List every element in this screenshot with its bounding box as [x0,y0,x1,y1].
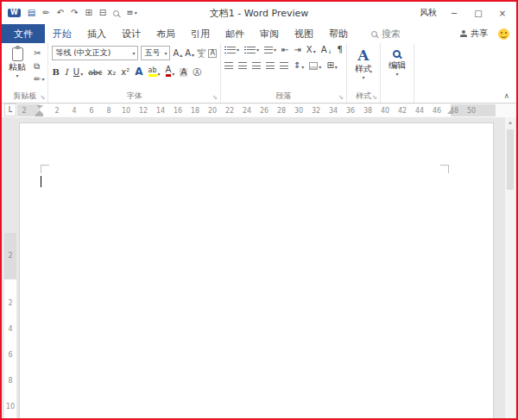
character-shading-button[interactable]: A [180,68,187,77]
borders-button[interactable]: ⊞ ▾ [326,61,337,70]
scrollbar-thumb[interactable] [507,129,514,190]
ruler-number: 8 [100,107,117,115]
vertical-scrollbar[interactable]: ▴ [505,117,515,418]
borders-icon: ⊞ [326,61,333,70]
close-button[interactable]: × [496,9,509,18]
bullets-button[interactable]: ▾ [224,47,239,53]
first-line-indent-marker[interactable] [36,105,43,109]
format-painter-button[interactable]: ✏ ▾ [34,75,44,84]
copy-button[interactable]: ⧉ [34,62,44,71]
enclose-characters-button[interactable]: Ⓐ [193,68,201,77]
horizontal-ruler[interactable]: 2 24681012141618202224262830323436384042… [17,104,496,116]
show-marks-button[interactable]: ¶ [338,46,343,54]
tab-help[interactable]: 帮助 [321,24,356,43]
clipboard-icon [12,47,23,61]
phonetic-guide-button[interactable]: wén 文 [197,48,205,59]
font-name-combobox[interactable]: 等线 (中文正文) ▾ [52,46,138,60]
styles-button[interactable]: A 样式 ▾ [351,46,376,80]
highlight-color-button[interactable]: ab ▾ [148,67,161,77]
customize-quick-access-button[interactable]: ≡ ▾ [126,9,136,17]
italic-button[interactable]: I [65,68,68,77]
superscript-button[interactable]: x² [121,68,130,77]
dropdown-arrow-icon: ▾ [237,47,239,53]
align-left-button[interactable] [224,62,233,69]
align-center-button[interactable] [238,62,247,69]
redo-icon[interactable]: ↷ [71,9,78,17]
paste-button[interactable]: 粘贴 ▾ [5,46,29,84]
asian-layout-button[interactable]: X ▾ [306,46,316,54]
save-icon[interactable]: ▤ [28,9,35,17]
decrease-indent-button[interactable]: ⇤ [281,46,288,54]
subscript-button[interactable]: x₂ [107,68,116,77]
character-border-button[interactable]: A [208,49,216,58]
dropdown-arrow-icon: ▾ [301,65,304,70]
tab-references[interactable]: 引用 [183,24,218,43]
tab-mailings[interactable]: 邮件 [218,24,252,43]
vertical-ruler[interactable]: 2 24681012141618 [4,233,16,418]
scroll-up-icon[interactable]: ▴ [505,119,515,126]
dropdown-arrow-icon: ▾ [164,51,167,56]
cut-button[interactable]: ✂ [34,49,44,58]
grow-font-button[interactable]: A▴ [173,49,182,58]
dropdown-arrow-icon: ▾ [16,73,18,78]
strikethrough-button[interactable]: abc [88,69,102,77]
left-indent-marker[interactable] [35,114,43,116]
right-indent-marker[interactable] [447,110,454,114]
multilevel-list-button[interactable]: ▾ [264,47,276,53]
text-effects-button[interactable]: A [135,66,142,77]
grid-icon[interactable]: ⊟ [99,9,106,17]
styles-dialog-launcher[interactable]: ⇘ [372,94,377,101]
clipboard-dialog-launcher[interactable]: ⇘ [41,94,46,101]
bold-button[interactable]: B [52,68,59,77]
tab-file[interactable]: 文件 [2,24,45,43]
share-button[interactable]: 共享 [460,28,488,40]
distribute-button[interactable] [280,62,288,69]
ribbon-search[interactable]: 搜索 [371,24,401,43]
collapse-ribbon-button[interactable]: ∧ [503,91,509,100]
sort-button[interactable]: A↓ [321,46,332,54]
numbering-icon [244,47,246,53]
table-icon[interactable]: ⊞ [85,9,92,17]
tab-review[interactable]: 审阅 [252,24,287,43]
word-app-icon[interactable]: W [8,9,21,17]
tab-design[interactable]: 设计 [114,24,148,43]
tab-view[interactable]: 视图 [287,24,321,43]
shading-button[interactable]: ▾ [309,62,321,70]
tab-layout[interactable]: 布局 [148,24,183,43]
dropdown-arrow-icon: ▾ [395,72,398,77]
ruler-number: 40 [376,107,394,115]
line-spacing-icon: ⇕ [294,61,300,70]
feedback-smiley-button[interactable] [498,28,509,40]
ruler-number: 42 [394,107,411,115]
tab-home[interactable]: 开始 [45,24,79,43]
search-icon [371,31,377,37]
increase-indent-button[interactable]: ⇥ [294,46,300,54]
line-spacing-button[interactable]: ⇕ ▾ [294,61,304,70]
justify-button[interactable] [266,62,275,69]
styles-button-label: 样式 [355,65,372,73]
font-size-combobox[interactable]: 五号 ▾ [141,46,170,60]
font-dialog-launcher[interactable]: ⇘ [212,94,218,101]
ruler-number: 10 [4,393,16,419]
vertical-ruler-numbers: 24681012141618 [4,290,16,420]
shrink-font-button[interactable]: A▾ [185,49,194,58]
minimize-button[interactable]: ─ [447,9,461,18]
underline-button[interactable]: U ▾ [73,68,83,77]
font-color-button[interactable]: A ▾ [166,66,175,77]
undo-icon[interactable]: ↶ [57,9,64,17]
format-painter-icon[interactable]: ✏ [42,9,49,17]
align-right-button[interactable] [252,62,261,69]
tab-stop-selector[interactable]: L [4,103,16,116]
ribbon-tab-row: 文件 开始 插入 设计 布局 引用 邮件 审阅 视图 帮助 搜索 共享 [2,24,516,43]
user-name[interactable]: 风秋 [420,7,437,19]
paragraph-dialog-launcher[interactable]: ⇘ [338,94,344,101]
numbering-button[interactable]: ▾ [244,47,259,53]
text-caret [41,176,41,187]
maximize-button[interactable]: □ [471,9,485,18]
tab-insert[interactable]: 插入 [79,24,114,43]
editing-button[interactable]: 编辑 ▾ [384,46,410,77]
zoom-icon[interactable] [113,10,119,16]
page[interactable] [19,122,494,418]
clipboard-small-buttons: ✂ ⧉ ✏ ▾ [34,46,44,84]
group-styles: A 样式 ▾ 样式 ⇘ [347,43,381,103]
